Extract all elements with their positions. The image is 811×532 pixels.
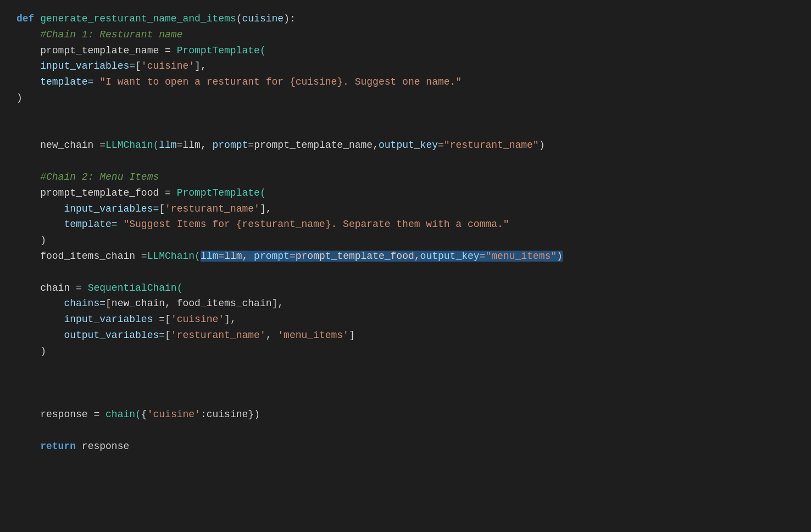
code-line: ) <box>16 343 795 359</box>
code-token: = <box>165 187 177 198</box>
code-token: cuisine <box>242 13 284 24</box>
code-line <box>16 264 795 280</box>
code-token: new_chain <box>16 140 99 151</box>
code-token: ], <box>224 314 236 325</box>
code-line <box>16 423 795 439</box>
code-token: return <box>40 441 82 452</box>
code-line <box>16 122 795 138</box>
code-token: = <box>177 140 183 151</box>
code-token: 'cuisine' <box>147 409 201 420</box>
code-token: = <box>438 140 444 151</box>
code-token: ) <box>539 140 545 151</box>
code-token: ) <box>16 92 23 103</box>
code-token: llm <box>201 251 218 262</box>
code-token: , <box>242 251 254 262</box>
code-token: def <box>16 13 40 24</box>
code-token: ) <box>16 235 46 246</box>
code-token: output_key <box>379 140 438 151</box>
code-line: #Chain 2: Menu Items <box>16 169 795 185</box>
code-line: output_variables=['resturant_name', 'men… <box>16 328 795 343</box>
code-token: "Suggest Items for {resturant_name}. Sep… <box>123 219 509 230</box>
code-line: input_variables=['cuisine'], <box>16 58 795 74</box>
code-token: cuisine <box>207 409 248 420</box>
code-token: chains= <box>16 298 105 309</box>
code-token: ], <box>260 203 272 214</box>
code-token: , <box>201 140 213 151</box>
code-token: food_items_chain <box>16 251 141 262</box>
code-token: llm <box>224 251 242 262</box>
code-token: , <box>165 298 177 309</box>
code-token: prompt_template_name <box>16 45 165 56</box>
code-token: prompt_template_food <box>16 187 165 198</box>
code-line <box>16 106 795 122</box>
code-token: 'resturant_name' <box>165 203 260 214</box>
code-token: = <box>165 45 177 56</box>
code-token: = <box>159 314 165 325</box>
code-line: response = chain({'cuisine':cuisine}) <box>16 407 795 423</box>
code-token: PromptTemplate( <box>177 187 266 198</box>
code-token: ], <box>195 60 207 71</box>
code-line: def generate_resturant_name_and_items(cu… <box>16 11 795 27</box>
code-token: = <box>480 251 486 262</box>
code-token: response <box>82 441 129 452</box>
code-token: prompt <box>254 251 290 262</box>
code-token: output_key <box>420 251 480 262</box>
code-line: new_chain =LLMChain(llm=llm, prompt=prom… <box>16 137 795 153</box>
code-token: chain <box>16 282 76 293</box>
code-line: return response <box>16 439 795 455</box>
code-token: "resturant_name" <box>444 140 539 151</box>
code-editor: def generate_resturant_name_and_items(cu… <box>16 11 795 454</box>
code-token: LLMChain( <box>105 140 159 151</box>
code-token: LLMChain( <box>147 251 201 262</box>
code-token: [ <box>159 203 165 214</box>
code-token: = <box>290 251 296 262</box>
code-token: output_variables= <box>16 330 165 341</box>
code-token: [ <box>105 298 112 309</box>
code-token: = <box>218 251 224 262</box>
code-token: 'cuisine' <box>171 314 224 325</box>
code-token: = <box>248 140 254 151</box>
code-line: input_variables=['resturant_name'], <box>16 201 795 217</box>
code-token: ): <box>284 13 296 24</box>
code-line: ) <box>16 90 795 106</box>
code-token: prompt_template_name <box>254 140 373 151</box>
code-token: SequentialChain( <box>88 282 183 293</box>
code-token: template= <box>16 76 99 87</box>
code-token: generate_resturant_name_and_items <box>40 13 236 24</box>
code-line: prompt_template_name = PromptTemplate( <box>16 43 795 59</box>
code-token: = <box>99 140 105 151</box>
code-token: , <box>373 140 379 151</box>
code-line: chain = SequentialChain( <box>16 280 795 296</box>
code-token: ) <box>557 251 563 262</box>
code-token: input_variables= <box>16 60 135 71</box>
code-token: = <box>93 409 105 420</box>
code-token: "menu_items" <box>485 251 557 262</box>
code-token: chain( <box>105 409 141 420</box>
code-token: prompt <box>213 140 248 151</box>
code-token: ) <box>16 346 46 357</box>
code-token: , <box>414 251 420 262</box>
code-line <box>16 391 795 407</box>
code-token: llm <box>182 140 200 151</box>
code-token: ], <box>272 298 284 309</box>
code-token: = <box>76 282 88 293</box>
code-line: prompt_template_food = PromptTemplate( <box>16 185 795 201</box>
code-token: [ <box>135 60 141 71</box>
code-token: response <box>16 409 93 420</box>
code-token: food_items_chain <box>177 298 272 309</box>
code-token: PromptTemplate( <box>177 45 266 56</box>
code-token: 'resturant_name' <box>171 330 266 341</box>
code-line: template= "I want to open a resturant fo… <box>16 74 795 90</box>
code-line: template= "Suggest Items for {resturant_… <box>16 217 795 232</box>
code-line: input_variables =['cuisine'], <box>16 312 795 328</box>
code-token: : <box>201 409 207 420</box>
code-line <box>16 359 795 375</box>
code-line: chains=[new_chain, food_items_chain], <box>16 296 795 312</box>
code-token: [ <box>165 314 171 325</box>
code-token <box>16 171 40 182</box>
code-token: template= <box>16 219 123 230</box>
code-token: input_variables <box>16 314 159 325</box>
code-line: #Chain 1: Resturant name <box>16 27 795 43</box>
code-token: #Chain 1: Resturant name <box>40 29 182 40</box>
code-token: 'menu_items' <box>277 330 349 341</box>
